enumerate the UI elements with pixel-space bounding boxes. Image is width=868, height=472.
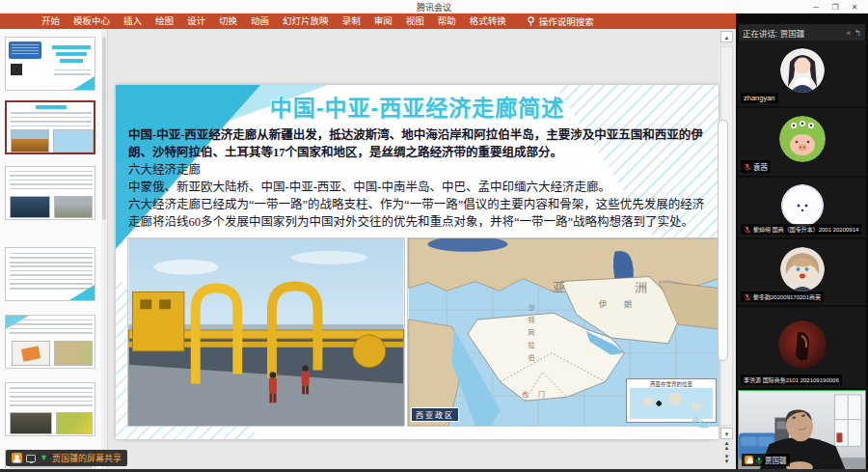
ribbon-tab-draw[interactable]: 绘图	[149, 14, 180, 29]
slide-paragraph: 中国-中亚-西亚经济走廊从新疆出发，抵达波斯湾、地中海沿岸和阿拉伯半岛，主要涉及…	[128, 126, 706, 161]
pipeline-photo	[127, 237, 405, 427]
pipeline-photo-image	[128, 238, 404, 426]
west-asia-map: 亚洲 伊朗 沙特阿拉伯 也门 西亚政区 西亚在世界的位置	[407, 237, 719, 427]
participant-name: 黎冬韵202009170201商英	[753, 292, 821, 301]
layout-switch-icon[interactable]: «	[846, 28, 851, 38]
ribbon-tab-insert[interactable]: 插入	[117, 14, 149, 29]
participant-name-chip: 李洪源 国际商务2101 202109190006	[741, 375, 842, 385]
slide-thumbnail-5[interactable]	[5, 315, 95, 369]
participant-tile[interactable]: zhangyan	[738, 41, 866, 106]
slide-paragraph: 中蒙俄、新亚欧大陆桥、中国-中亚-西亚、中国-中南半岛、中巴、孟中印缅六大经济走…	[128, 179, 706, 196]
thumb6-map	[56, 412, 93, 434]
slide-body-text: 中国-中亚-西亚经济走廊从新疆出发，抵达波斯湾、地中海沿岸和阿拉伯半岛，主要涉及…	[128, 126, 706, 231]
thumbnail-scrollbar-thumb[interactable]	[102, 37, 106, 220]
current-slide: 中国-中亚-西亚经济走廊简述 中国-中亚-西亚经济走廊从新疆出发，抵达波斯湾、地…	[116, 85, 719, 439]
ribbon-tab-format-convert[interactable]: 格式转换	[463, 14, 513, 29]
thumbnail-scrollbar[interactable]	[101, 29, 107, 468]
participant-tile[interactable]: 袁茜	[738, 108, 866, 176]
slide-thumbnail-panel	[0, 29, 108, 468]
participant-name: 袁茜	[753, 161, 768, 172]
host-badge-icon	[745, 456, 753, 464]
vertical-scrollbar-track[interactable]	[720, 46, 733, 426]
participant-tile[interactable]: 黎冬韵202009170201商英	[738, 239, 866, 305]
pop-out-icon[interactable]: ↰	[854, 28, 861, 38]
ribbon-tab-home[interactable]: 开始	[35, 14, 67, 29]
window-controls: ─ ❐ ✕	[806, 0, 864, 14]
participant-tile[interactable]: 黎焯绵 国商（国专升本）2001 202009140015	[738, 178, 866, 237]
muted-mic-icon	[744, 293, 751, 301]
active-speaker-video-tile[interactable]: 贾国疆	[738, 390, 866, 470]
ribbon-tab-slideshow[interactable]: 幻灯片放映	[276, 14, 336, 29]
slide-canvas: 中国-中亚-西亚经济走廊简述 中国-中亚-西亚经济走廊从新疆出发，抵达波斯湾、地…	[109, 29, 736, 468]
ribbon-tab-transitions[interactable]: 切换	[212, 14, 244, 29]
muted-mic-icon	[744, 163, 751, 171]
thumb5-map-right	[54, 341, 93, 366]
thumb3-photo-left	[10, 196, 50, 218]
thumb5-map-left	[12, 341, 50, 366]
slide-paragraph: 六大经济走廊	[128, 161, 706, 179]
avatar	[781, 184, 824, 227]
ribbon-tab-view[interactable]: 视图	[399, 14, 431, 29]
screen-share-indicator-bar[interactable]: ▼ 贾国疆的屏幕共享	[6, 450, 127, 466]
speaking-indicator: 正在讲话: 贾国疆 « ↰	[739, 24, 865, 41]
thumb2-photo	[11, 129, 49, 153]
ribbon-tab-template-center[interactable]: 模板中心	[67, 14, 117, 29]
map-inset-title: 西亚在世界的位置	[627, 380, 716, 388]
scroll-down-button[interactable]: ▾	[720, 428, 733, 439]
slide-thumbnail-2-selected[interactable]	[5, 100, 95, 154]
previous-slide-button[interactable]: ▴▴	[720, 441, 733, 453]
tell-me-search[interactable]: 操作说明搜索	[527, 14, 594, 28]
ribbon-tab-record[interactable]: 录制	[336, 14, 367, 29]
avatar	[778, 320, 827, 369]
active-mic-icon	[755, 457, 763, 464]
ribbon-tab-review[interactable]: 审阅	[367, 14, 399, 29]
thumb2-map	[53, 129, 94, 153]
participant-name: 黎焯绵 国商（国专升本）2001 202009140015	[753, 225, 858, 234]
avatar	[780, 48, 825, 93]
participant-name-chip: 贾国疆	[742, 454, 790, 466]
meeting-sidebar: 正在讲话: 贾国疆 « ↰ zhangyan	[736, 14, 868, 472]
window-title: 腾讯会议	[0, 1, 868, 14]
presenter-avatar-icon	[12, 453, 22, 463]
slide-thumbnail-6[interactable]	[5, 382, 95, 436]
thumb6-photo	[10, 412, 52, 434]
close-button[interactable]: ✕	[845, 3, 864, 12]
slide-thumbnail-4[interactable]	[5, 247, 95, 301]
share-active-arrow-icon: ▼	[40, 454, 48, 462]
slide-paragraph: 六大经济走廊已经成为“一带一路”的战略支柱、作为“一带一路”倡议的主要内容和骨架…	[128, 196, 706, 231]
ribbon-tab-animations[interactable]: 动画	[244, 14, 276, 29]
share-bar-label: 贾国疆的屏幕共享	[52, 452, 122, 464]
slide-title: 中国-中亚-西亚经济走廊简述	[116, 90, 719, 123]
participant-name-chip: 黎焯绵 国商（国专升本）2001 202009140015	[741, 224, 861, 235]
next-slide-button[interactable]: ▾▾	[720, 455, 733, 466]
slide-thumbnail-3[interactable]	[5, 166, 95, 220]
vertical-scrollbar-thumb[interactable]	[718, 120, 728, 361]
ribbon-tab-help[interactable]: 帮助	[431, 14, 463, 29]
participant-name: 李洪源 国际商务2101 202109190006	[744, 375, 839, 384]
participant-tile[interactable]: 李洪源 国际商务2101 202109190006	[738, 307, 866, 388]
slide-thumbnail-1[interactable]	[5, 37, 95, 91]
participant-name: zhangyan	[744, 94, 775, 102]
participant-name-chip: 黎冬韵202009170201商英	[741, 292, 824, 302]
search-label: 操作说明搜索	[539, 14, 594, 28]
speaking-label: 正在讲话: 贾国疆	[743, 27, 843, 39]
participant-name-chip: 袁茜	[741, 160, 771, 173]
thumb1-qr-code	[11, 64, 22, 75]
minimize-button[interactable]: ─	[806, 3, 826, 12]
avatar	[779, 116, 826, 162]
participant-name: 贾国疆	[765, 455, 787, 465]
thumb3-photo-right	[54, 196, 93, 218]
participant-name-chip: zhangyan	[741, 93, 778, 103]
titlebar: 腾讯会议 ─ ❐ ✕	[0, 0, 868, 14]
shared-screen-region: 开始 模板中心 插入 绘图 设计 切换 动画 幻灯片放映 录制 审阅 视图 帮助…	[0, 14, 736, 472]
avatar	[780, 247, 825, 292]
monitor-icon	[26, 455, 36, 462]
collapse-ribbon-button[interactable]: ▴	[720, 31, 733, 42]
search-pin-icon	[527, 16, 535, 27]
maximize-button[interactable]: ❐	[826, 3, 845, 12]
ppt-ribbon: 开始 模板中心 插入 绘图 设计 切换 动画 幻灯片放映 录制 审阅 视图 帮助…	[0, 14, 736, 29]
muted-mic-icon	[744, 226, 751, 234]
tencent-meeting-window: 腾讯会议 ─ ❐ ✕ 开始 模板中心 插入 绘图 设计 切换 动画 幻灯片放映 …	[0, 0, 868, 472]
ribbon-tab-design[interactable]: 设计	[180, 14, 212, 29]
